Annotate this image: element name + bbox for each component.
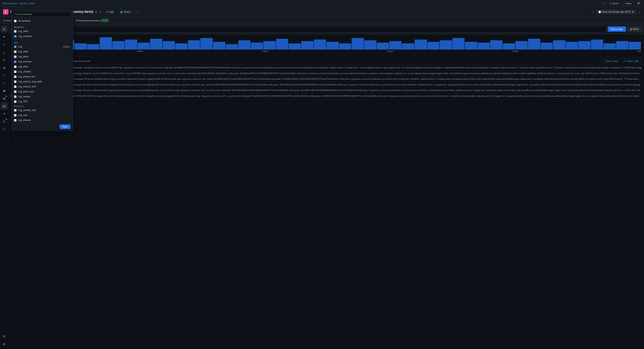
chart-bar[interactable] <box>591 39 603 49</box>
sidebar-icon-jvm[interactable]: ▤ <box>1 95 8 102</box>
partition-removed-item[interactable]: Log_cats <box>12 113 73 118</box>
sidebar-icon-settings[interactable]: ⚙ <box>1 333 8 340</box>
link-button[interactable]: 🔗 <box>636 1 642 5</box>
chart-bar[interactable] <box>288 43 301 49</box>
favorite-icon[interactable]: ☆ <box>99 10 102 14</box>
chart-bar[interactable] <box>541 43 553 49</box>
chart-bar[interactable] <box>138 43 150 49</box>
chart-bar[interactable] <box>226 44 238 49</box>
sidebar-icon-map[interactable]: ◈ <box>1 64 8 71</box>
chart-bar[interactable] <box>87 44 99 49</box>
chart-bar[interactable] <box>478 43 490 49</box>
chart-bar[interactable] <box>163 41 175 49</box>
open-logs-button[interactable]: ↗ Open in logs <box>601 59 620 63</box>
partition-recent-item[interactable]: Log_coolcats <box>12 34 73 39</box>
partition-recent-item[interactable]: Log_AWS <box>12 29 73 34</box>
sidebar-icon-errors[interactable]: ✦ <box>1 110 8 117</box>
chart-bar[interactable] <box>213 42 225 49</box>
partition-removed-item[interactable]: Log_cheese <box>12 118 73 123</box>
close-panel-button[interactable]: ✕ <box>639 66 642 70</box>
log-entry[interactable]: 16:59:52.689level: INFO hostname: log-pa… <box>8 93 644 99</box>
sidebar-icon-transactions[interactable]: ⬡ <box>1 72 8 79</box>
chart-bar[interactable] <box>314 39 326 49</box>
log-entry[interactable]: : log-parser-consumer-84784c99b7-8cf87 m… <box>8 87 644 93</box>
sidebar-icon-logs[interactable]: ▤ <box>1 102 8 109</box>
chart-bar[interactable] <box>150 39 162 49</box>
chart-bar[interactable] <box>125 39 137 49</box>
partition-all-item[interactable]: Log_marcus_test <box>12 84 73 89</box>
partition-checkbox[interactable] <box>14 35 16 38</box>
chart-bar[interactable] <box>414 39 427 49</box>
partition-checkbox[interactable] <box>14 80 16 83</box>
partition-checkbox[interactable] <box>14 90 16 93</box>
sidebar-icon-tracing[interactable]: ⊙ <box>1 56 8 63</box>
chart-bar[interactable] <box>528 39 540 49</box>
sidebar-icon-browser[interactable]: ◫ <box>1 118 8 125</box>
chart-bar[interactable] <box>427 42 440 49</box>
sidebar-icon-health[interactable]: ♥ <box>1 33 8 40</box>
partition-search-input[interactable] <box>13 12 71 17</box>
sidebar-icon-grid[interactable]: ⊞ <box>1 26 8 33</box>
chart-bar[interactable] <box>251 43 263 49</box>
partition-all-item[interactable]: LogDefault <box>12 44 73 49</box>
chart-more-button[interactable]: ··· <box>640 36 642 39</box>
chart-bar[interactable] <box>112 41 125 49</box>
chart-bar[interactable] <box>616 41 628 49</box>
log-entry[interactable]: : log-parser-consumer-84784c99b7-8cf87 m… <box>8 82 644 88</box>
sidebar-icon-externals[interactable]: ◉ <box>1 87 8 94</box>
partition-all-item[interactable]: Log_coolcats <box>12 59 73 64</box>
chart-bar[interactable] <box>175 43 188 49</box>
sidebar-icon-alerts[interactable]: △ <box>1 49 8 56</box>
partition-checkbox[interactable] <box>14 95 16 98</box>
all-partitions-checkbox[interactable] <box>14 20 16 22</box>
nav-next-button[interactable]: › <box>638 10 641 14</box>
partition-all-item[interactable]: Log_TRY <box>12 99 73 104</box>
partition-checkbox[interactable] <box>14 119 16 121</box>
sidebar-icon-databases[interactable]: ◇ <box>1 79 8 86</box>
chart-bar[interactable] <box>503 43 515 49</box>
nrql-button[interactable]: ▤ NRQL <box>628 26 642 32</box>
share-button[interactable]: ↑ Share <box>622 1 633 5</box>
chart-bar[interactable] <box>516 41 528 49</box>
chart-bar[interactable] <box>452 38 465 49</box>
log-entry[interactable]: : log-parser-consumer-84784c99b7-dkwxw m… <box>8 76 644 82</box>
query-search-input[interactable] <box>40 28 604 30</box>
partition-all-item[interactable]: Log_dhan <box>12 64 73 69</box>
chart-bar[interactable] <box>200 38 213 49</box>
sidebar-icon-more[interactable]: ⊞ <box>1 341 8 348</box>
more-button[interactable]: ··· <box>134 9 140 14</box>
help-button[interactable]: ? <box>601 1 606 5</box>
partition-all-item[interactable]: Log_soraya <box>12 94 73 99</box>
partition-all-item[interactable]: Log_marcus_bug_bash <box>12 79 73 84</box>
all-partitions-item[interactable]: All partitions <box>12 18 73 23</box>
log-entry[interactable]: : log-parser-consumer-84784c99b7-5tk2h m… <box>8 71 644 76</box>
chart-bar[interactable] <box>566 42 578 49</box>
partition-checkbox[interactable] <box>14 114 16 116</box>
nav-prev-button[interactable]: ‹ <box>591 10 594 14</box>
sidebar-icon-list[interactable]: ≡ <box>1 41 8 48</box>
partition-all-item[interactable]: Log_JClark2 <box>12 69 73 74</box>
chart-bar[interactable] <box>553 40 566 49</box>
tags-button[interactable]: 🏷 Tags <box>104 10 116 14</box>
partition-checkbox[interactable] <box>14 55 16 58</box>
chart-bar[interactable] <box>238 40 250 49</box>
breadcrumb-services[interactable]: Services - APM <box>20 2 34 4</box>
chart-bar[interactable] <box>301 41 314 49</box>
open-ide-button[interactable]: </> Open in IDE <box>621 59 641 63</box>
chart-bar[interactable] <box>377 43 389 49</box>
title-dropdown-arrow[interactable]: ▼ <box>95 11 97 13</box>
partition-checkbox[interactable] <box>14 45 16 48</box>
teams-button[interactable]: 👥 Teams <box>118 10 132 14</box>
partition-checkbox[interactable] <box>14 50 16 53</box>
chart-bar[interactable] <box>364 40 376 49</box>
time-selector[interactable]: 🕐 Since 30 minutes ago (PDT) ▼ <box>596 10 636 14</box>
partition-checkbox[interactable] <box>14 100 16 103</box>
chart-bar[interactable] <box>465 42 477 49</box>
chart-bar[interactable] <box>578 41 590 49</box>
sidebar-icon-mobile[interactable]: ◻ <box>1 126 8 132</box>
chart-bar[interactable] <box>326 42 339 49</box>
chart-bar[interactable] <box>440 40 452 49</box>
partition-checkbox[interactable] <box>14 70 16 73</box>
chart-bar[interactable] <box>402 43 414 49</box>
partition-checkbox[interactable] <box>14 60 16 63</box>
